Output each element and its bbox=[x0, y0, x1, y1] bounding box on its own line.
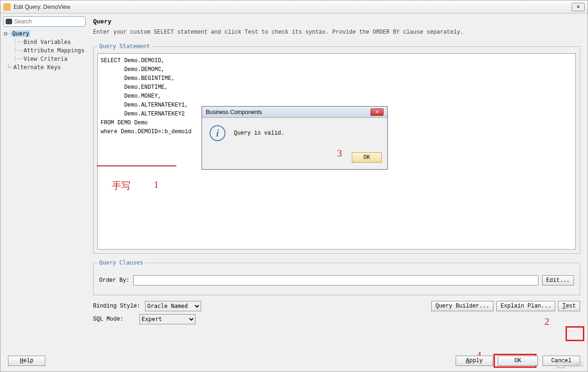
annotation-underline bbox=[97, 165, 176, 166]
binding-style-label: Binding Style: bbox=[93, 303, 140, 309]
main-panel: Query Enter your custom SELECT statement… bbox=[88, 14, 588, 350]
footer: Help Apply OK Cancel bbox=[0, 356, 588, 366]
tree-node-query[interactable]: ⊟┈Query bbox=[3, 29, 86, 38]
test-button[interactable]: Test bbox=[558, 301, 580, 311]
query-builder-button[interactable]: Query Builder... bbox=[431, 301, 494, 311]
search-box[interactable] bbox=[3, 16, 86, 27]
order-by-input[interactable] bbox=[133, 275, 538, 286]
info-icon: i bbox=[210, 125, 225, 141]
tree-node-bind-variables[interactable]: ┊┈┈Bind Variables bbox=[3, 38, 86, 46]
query-statement-legend: Query Statement bbox=[97, 43, 152, 50]
titlebar: Edit Query: DemoView ✕ bbox=[0, 0, 588, 14]
help-button[interactable]: Help bbox=[8, 356, 45, 366]
query-clauses-legend: Query Clauses bbox=[97, 259, 145, 266]
dialog-title: Business Components bbox=[206, 109, 262, 115]
explain-plan-button[interactable]: Explain Plan... bbox=[496, 301, 555, 311]
dialog-titlebar: Business Components ✕ bbox=[202, 107, 387, 118]
tree-node-alternate-keys[interactable]: └┈Alternate Keys bbox=[3, 63, 86, 72]
apply-button[interactable]: Apply bbox=[456, 356, 493, 366]
dialog-message: Query is valid. bbox=[234, 130, 284, 136]
nav-tree: ⊟┈Query ┊┈┈Bind Variables ┊┈┈Attribute M… bbox=[3, 29, 86, 72]
app-icon bbox=[3, 3, 11, 11]
ok-button[interactable]: OK bbox=[498, 356, 538, 366]
query-clauses-group: Query Clauses Order By: Edit... bbox=[93, 259, 580, 295]
annotation-3: 3 bbox=[337, 148, 342, 159]
annotation-2: 2 bbox=[544, 316, 549, 327]
sql-mode-select[interactable]: Expert bbox=[139, 314, 196, 324]
sqlmode-row: SQL Mode: Expert bbox=[93, 314, 580, 324]
page-title: Query bbox=[93, 18, 580, 25]
binding-row: Binding Style: Oracle Named Query Builde… bbox=[93, 301, 580, 311]
binoculars-icon bbox=[6, 19, 12, 24]
dialog-ok-button[interactable]: OK bbox=[352, 152, 382, 163]
tree-node-attribute-mappings[interactable]: ┊┈┈Attribute Mappings bbox=[3, 46, 86, 55]
binding-style-select[interactable]: Oracle Named bbox=[145, 301, 201, 311]
search-input[interactable] bbox=[14, 18, 80, 25]
sidebar: ⊟┈Query ┊┈┈Bind Variables ┊┈┈Attribute M… bbox=[0, 14, 88, 350]
dialog-close-button[interactable]: ✕ bbox=[370, 108, 384, 116]
annotation-handwrite: 手写 bbox=[112, 179, 131, 192]
edit-query-window: Edit Query: DemoView ✕ ⊟┈Query ┊┈┈Bind V… bbox=[0, 0, 588, 372]
order-by-label: Order By: bbox=[99, 277, 130, 284]
edit-button[interactable]: Edit... bbox=[542, 275, 574, 286]
business-components-dialog: Business Components ✕ i Query is valid. … bbox=[202, 106, 388, 170]
watermark: 亿速云 bbox=[556, 361, 585, 369]
window-close-button[interactable]: ✕ bbox=[572, 3, 585, 11]
window-title: Edit Query: DemoView bbox=[14, 4, 70, 10]
watermark-icon bbox=[556, 362, 566, 368]
page-description: Enter your custom SELECT statement and c… bbox=[93, 29, 580, 36]
body-area: ⊟┈Query ┊┈┈Bind Variables ┊┈┈Attribute M… bbox=[0, 14, 588, 350]
sql-mode-label: SQL Mode: bbox=[93, 316, 123, 322]
annotation-1: 1 bbox=[154, 179, 159, 190]
tree-node-view-criteria[interactable]: ┊┈┈View Criteria bbox=[3, 55, 86, 63]
